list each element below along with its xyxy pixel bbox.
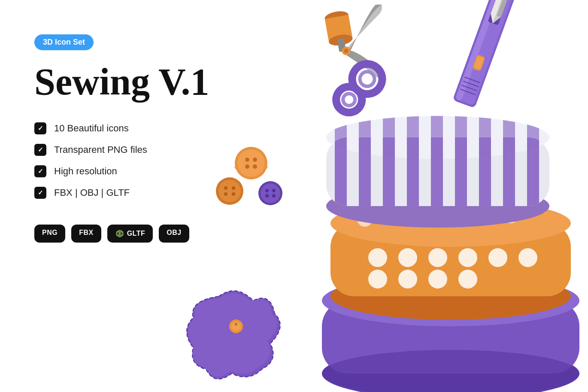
svg-rect-61 bbox=[503, 137, 515, 206]
svg-rect-32 bbox=[330, 223, 571, 296]
svg-rect-64 bbox=[335, 116, 347, 159]
svg-line-26 bbox=[460, 89, 476, 95]
svg-line-23 bbox=[464, 77, 480, 82]
svg-rect-5 bbox=[337, 38, 346, 52]
svg-point-6 bbox=[341, 46, 351, 56]
svg-point-91 bbox=[272, 194, 276, 198]
svg-point-88 bbox=[265, 189, 269, 192]
svg-rect-54 bbox=[335, 137, 347, 206]
svg-rect-65 bbox=[359, 116, 371, 159]
svg-point-29 bbox=[322, 275, 579, 326]
format-gltf: GLTF bbox=[107, 225, 153, 243]
svg-rect-57 bbox=[407, 137, 419, 206]
svg-point-94 bbox=[235, 323, 237, 325]
svg-rect-14 bbox=[452, 0, 515, 108]
feature-text-1: 10 Beautiful icons bbox=[54, 123, 129, 134]
feature-text-3: High resolution bbox=[54, 166, 117, 177]
svg-rect-67 bbox=[407, 116, 419, 159]
feature-item-3: High resolution bbox=[34, 165, 240, 177]
feature-item-2: Transparent PNG files bbox=[34, 144, 240, 156]
svg-rect-70 bbox=[479, 116, 491, 159]
svg-point-13 bbox=[339, 90, 359, 109]
svg-point-78 bbox=[245, 164, 249, 169]
svg-point-12 bbox=[354, 66, 380, 92]
svg-point-45 bbox=[383, 207, 398, 222]
check-icon-3 bbox=[34, 165, 46, 177]
orange-pillow-middle bbox=[330, 200, 571, 320]
svg-rect-51 bbox=[326, 137, 549, 206]
svg-rect-72 bbox=[527, 116, 539, 159]
left-content: 3D Icon Set Sewing V.1 10 Beautiful icon… bbox=[34, 34, 240, 243]
feature-text-4: FBX | OBJ | GLTF bbox=[54, 187, 130, 198]
svg-rect-71 bbox=[503, 116, 515, 159]
box-cutter-decoration bbox=[452, 0, 515, 108]
check-icon-1 bbox=[34, 122, 46, 134]
svg-point-43 bbox=[458, 270, 477, 289]
svg-point-87 bbox=[261, 183, 280, 203]
svg-point-33 bbox=[330, 200, 571, 247]
svg-marker-20 bbox=[497, 0, 510, 17]
svg-rect-53 bbox=[326, 137, 549, 206]
svg-point-8 bbox=[350, 61, 385, 96]
svg-rect-66 bbox=[383, 116, 395, 159]
svg-rect-22 bbox=[473, 56, 484, 70]
button-purple bbox=[258, 181, 282, 205]
svg-point-30 bbox=[322, 350, 579, 392]
gltf-label: GLTF bbox=[127, 230, 145, 237]
feature-item-4: FBX | OBJ | GLTF bbox=[34, 187, 240, 199]
product-title: Sewing V.1 bbox=[34, 63, 240, 101]
svg-line-25 bbox=[461, 85, 477, 91]
svg-point-92 bbox=[229, 319, 243, 333]
svg-point-37 bbox=[458, 248, 477, 267]
svg-point-79 bbox=[253, 164, 257, 169]
svg-rect-62 bbox=[527, 137, 539, 206]
purple-pillow-bottom bbox=[322, 275, 579, 392]
svg-point-38 bbox=[488, 248, 507, 267]
svg-point-52 bbox=[326, 116, 549, 159]
svg-point-41 bbox=[398, 270, 417, 289]
svg-point-39 bbox=[518, 248, 537, 267]
svg-point-93 bbox=[231, 322, 241, 331]
svg-rect-3 bbox=[325, 15, 353, 42]
svg-point-9 bbox=[359, 70, 376, 87]
product-badge: 3D Icon Set bbox=[34, 34, 94, 50]
format-obj: OBJ bbox=[159, 225, 189, 243]
svg-point-1 bbox=[119, 233, 121, 234]
svg-point-11 bbox=[342, 93, 356, 106]
feature-text-2: Transparent PNG files bbox=[54, 144, 147, 155]
svg-point-27 bbox=[322, 348, 579, 392]
scissors-decoration bbox=[321, 3, 399, 114]
svg-point-40 bbox=[368, 270, 387, 289]
svg-point-42 bbox=[428, 270, 447, 289]
svg-point-90 bbox=[265, 194, 269, 198]
check-icon-2 bbox=[34, 144, 46, 156]
feature-item-1: 10 Beautiful icons bbox=[34, 122, 240, 134]
svg-rect-17 bbox=[488, 0, 510, 25]
svg-rect-21 bbox=[472, 55, 485, 72]
page-container: 3D Icon Set Sewing V.1 10 Beautiful icon… bbox=[0, 0, 588, 392]
svg-point-89 bbox=[272, 189, 276, 192]
format-fbx: FBX bbox=[71, 225, 101, 243]
svg-rect-59 bbox=[455, 137, 467, 206]
svg-point-50 bbox=[326, 185, 549, 228]
svg-rect-68 bbox=[431, 116, 443, 159]
format-badges: PNG FBX GLTF OBJ bbox=[34, 225, 240, 243]
svg-rect-56 bbox=[383, 137, 395, 206]
svg-point-10 bbox=[334, 85, 364, 115]
svg-rect-55 bbox=[359, 137, 371, 206]
svg-point-4 bbox=[328, 33, 353, 47]
svg-rect-60 bbox=[479, 137, 491, 206]
svg-point-47 bbox=[443, 204, 458, 219]
fabric-patch bbox=[187, 291, 280, 379]
striped-pillow-top bbox=[326, 116, 549, 228]
svg-rect-28 bbox=[322, 301, 579, 374]
format-png: PNG bbox=[34, 225, 65, 243]
svg-point-44 bbox=[357, 211, 373, 227]
svg-point-75 bbox=[237, 149, 265, 177]
svg-rect-15 bbox=[455, 0, 513, 106]
svg-point-77 bbox=[253, 158, 257, 162]
svg-point-7 bbox=[344, 49, 349, 54]
svg-point-63 bbox=[326, 116, 549, 159]
gltf-logo-icon bbox=[115, 229, 124, 238]
svg-point-46 bbox=[413, 205, 428, 220]
